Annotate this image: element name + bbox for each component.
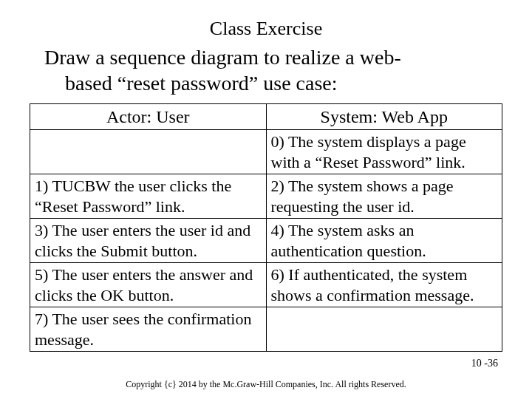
subtitle-line2: based “reset password” use case: [44, 70, 495, 96]
cell-system: 6) If authenticated, the system shows a … [266, 263, 502, 307]
cell-actor: 3) The user enters the user id and click… [30, 219, 267, 263]
header-actor: Actor: User [30, 104, 267, 130]
cell-actor: 1) TUCBW the user clicks the “Reset Pass… [30, 174, 267, 219]
table-row: 7) The user sees the confirmation messag… [30, 307, 502, 352]
header-system: System: Web App [266, 104, 502, 130]
table-row: 1) TUCBW the user clicks the “Reset Pass… [30, 174, 502, 219]
subtitle-line1: Draw a sequence diagram to realize a web… [44, 46, 401, 69]
cell-system: 0) The system displays a page with a “Re… [266, 130, 502, 174]
slide-title: Class Exercise [30, 18, 502, 40]
page-number: 10 -36 [471, 358, 498, 369]
table-row: 0) The system displays a page with a “Re… [30, 130, 502, 174]
cell-actor: 5) The user enters the answer and clicks… [30, 263, 267, 307]
table-row: 3) The user enters the user id and click… [30, 219, 502, 263]
table-row: 5) The user enters the answer and clicks… [30, 263, 502, 307]
table-header-row: Actor: User System: Web App [30, 104, 502, 130]
cell-system: 2) The system shows a page requesting th… [266, 174, 502, 219]
slide-subtitle: Draw a sequence diagram to realize a web… [44, 44, 495, 96]
cell-actor [30, 130, 267, 174]
cell-system: 4) The system asks an authentication que… [266, 219, 502, 263]
cell-system [266, 307, 502, 352]
use-case-table: Actor: User System: Web App 0) The syste… [30, 103, 502, 352]
copyright-text: Copyright {c} 2014 by the Mc.Graw-Hill C… [0, 379, 532, 390]
cell-actor: 7) The user sees the confirmation messag… [30, 307, 267, 352]
